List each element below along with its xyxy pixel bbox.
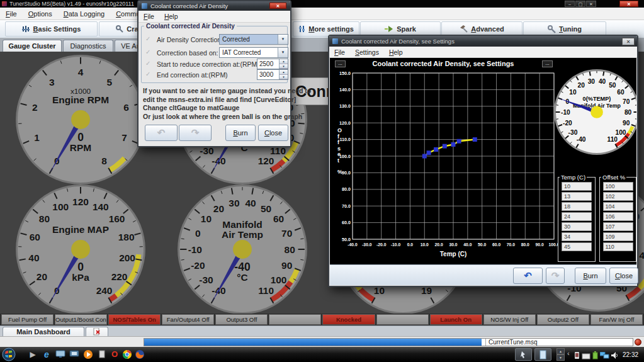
dots-button[interactable]: ... — [335, 60, 346, 67]
svg-text:70: 70 — [281, 228, 292, 239]
tab-main-dashboard[interactable]: Main Dashboard — [3, 327, 84, 337]
svg-text:90: 90 — [281, 260, 292, 271]
redo-button[interactable]: ↷ — [179, 125, 212, 141]
offset-cell-input[interactable]: 109 — [603, 232, 633, 241]
air-density-correction-select[interactable]: Corrected ▼ — [219, 34, 288, 45]
spin-up-icon[interactable]: ▲ — [280, 59, 288, 64]
internet-explorer-icon[interactable]: e — [42, 349, 52, 359]
remote-desktop-icon[interactable] — [69, 349, 79, 359]
scroll-up-icon[interactable]: ▲ — [556, 348, 565, 354]
taskbar-app-button[interactable] — [534, 348, 551, 361]
chrome-icon[interactable] — [122, 349, 132, 359]
tray-network-icon[interactable] — [600, 351, 609, 362]
scroll-down-icon[interactable]: ▼ — [556, 354, 565, 361]
undo-button[interactable]: ↶ — [145, 125, 178, 141]
svg-text:8: 8 — [101, 156, 107, 166]
start-orb-icon[interactable] — [2, 348, 16, 361]
windows-media-player-icon[interactable] — [83, 349, 93, 359]
chevron-down-icon[interactable]: ▼ — [278, 48, 288, 57]
svg-text:50: 50 — [261, 203, 271, 214]
taskbar-app-button[interactable] — [515, 348, 532, 361]
temp-column: Temp (C) 10131824303445 — [558, 174, 596, 262]
spinner-value[interactable]: 2500 — [257, 59, 279, 69]
density-curve-plot[interactable]: -40.0-30.0-20.0-10.00.010.020.030.040.05… — [330, 69, 558, 261]
svg-text:100: 100 — [616, 129, 626, 136]
svg-text:10: 10 — [569, 89, 577, 96]
air-density-correction-label: Air Density Correction: — [157, 36, 223, 43]
temp-cell-input[interactable]: 24 — [562, 212, 592, 221]
svg-text:10: 10 — [201, 213, 212, 224]
menu-data-logging[interactable]: Data Logging — [58, 9, 110, 19]
correction-based-on-select[interactable]: IAT Corrected ▼ — [219, 47, 288, 58]
close-button[interactable]: Close — [609, 268, 638, 284]
opera-icon[interactable]: O — [110, 349, 120, 359]
dots-button[interactable]: ... — [542, 60, 553, 67]
svg-text:-10.0: -10.0 — [391, 242, 401, 247]
svg-text:30: 30 — [229, 198, 239, 208]
close-icon[interactable]: ✕ — [619, 1, 638, 7]
basic-settings-button[interactable]: Basic Settings — [5, 21, 98, 37]
spin-up-icon[interactable]: ▲ — [280, 70, 288, 75]
burn-button[interactable]: Burn — [575, 268, 606, 284]
svg-text:150.0: 150.0 — [339, 71, 351, 76]
menu-options[interactable]: Options — [23, 9, 58, 19]
menu-file[interactable]: File — [329, 47, 350, 57]
tray-device-icon[interactable] — [574, 351, 580, 362]
key-icon — [116, 25, 123, 33]
chevron-down-icon[interactable]: ▼ — [278, 35, 288, 44]
curve-editor-window: Coolant corrected Air Density, see Setti… — [328, 35, 638, 287]
spin-down-icon[interactable]: ▼ — [280, 75, 288, 80]
offset-cell-input[interactable]: 106 — [603, 212, 633, 221]
menu-help[interactable]: Help — [384, 47, 408, 57]
spinner-value[interactable]: 3000 — [257, 70, 279, 79]
offset-cell-input[interactable]: 107 — [603, 222, 633, 231]
temp-cell-input[interactable]: 34 — [562, 232, 592, 241]
desktop-icon[interactable] — [55, 349, 65, 359]
minimize-icon[interactable]: – — [565, 1, 575, 7]
menu-file[interactable]: File — [138, 11, 159, 21]
offset-cell-input[interactable]: 102 — [603, 192, 633, 201]
temp-cell-input[interactable]: 45 — [562, 242, 592, 251]
tab-gauge-cluster[interactable]: Gauge Cluster — [3, 40, 62, 52]
offset-cell-input[interactable]: 104 — [603, 202, 633, 211]
close-icon[interactable]: ✕ — [586, 1, 596, 7]
svg-text:-40: -40 — [577, 136, 586, 143]
offset-cell-input[interactable]: 100 — [603, 182, 633, 191]
maximize-icon[interactable]: ▢ — [575, 1, 585, 7]
start-reduce-spinner[interactable]: 2500 ▲▼ — [257, 59, 288, 69]
offset-cell-input[interactable]: 110 — [603, 242, 633, 251]
svg-text:-30.0: -30.0 — [362, 242, 372, 247]
tray-monitor-icon[interactable] — [582, 351, 590, 362]
tray-volume-icon[interactable] — [611, 351, 619, 362]
media-player-classic-icon[interactable]: ▶ — [28, 349, 38, 359]
svg-text:40: 40 — [245, 198, 256, 208]
temp-cell-input[interactable]: 13 — [562, 192, 592, 201]
close-icon[interactable]: ✕ — [622, 38, 635, 45]
app-icon[interactable] — [97, 349, 107, 359]
redo-button[interactable]: ↷ — [546, 268, 565, 284]
hammer-icon — [460, 25, 468, 33]
menu-file[interactable]: File — [0, 9, 23, 19]
main-window-title: TunerStudio MS(Beta) v1.49 - eunoshr10g2… — [9, 1, 134, 7]
burn-button[interactable]: Burn — [225, 125, 256, 141]
new-dashboard-tab[interactable] — [86, 327, 108, 337]
temp-cell-input[interactable]: 30 — [562, 222, 592, 231]
tray-expand-icon[interactable]: ‹ — [567, 349, 570, 357]
temp-cell-input[interactable]: 18 — [562, 202, 592, 211]
svg-text:Air Temp: Air Temp — [222, 229, 263, 240]
close-icon[interactable]: ✕ — [269, 3, 286, 9]
end-correction-spinner[interactable]: 3000 ▲▼ — [257, 69, 288, 80]
firefox-icon[interactable] — [135, 349, 145, 359]
menu-help[interactable]: Help — [159, 11, 183, 21]
temp-header: Temp (C) — [560, 174, 587, 181]
undo-button[interactable]: ↶ — [513, 268, 543, 284]
temp-cell-input[interactable]: 10 — [562, 182, 592, 191]
tab-diagnostics[interactable]: Diagnostics — [63, 40, 113, 52]
menu-settings[interactable]: Settings — [350, 47, 384, 57]
svg-text:-30: -30 — [568, 129, 578, 136]
cranking-label: Cra — [127, 25, 138, 33]
spin-down-icon[interactable]: ▼ — [280, 64, 288, 69]
svg-text:20.0: 20.0 — [435, 242, 443, 247]
close-button[interactable]: Close — [258, 125, 288, 141]
tray-battery-icon[interactable] — [592, 351, 598, 362]
